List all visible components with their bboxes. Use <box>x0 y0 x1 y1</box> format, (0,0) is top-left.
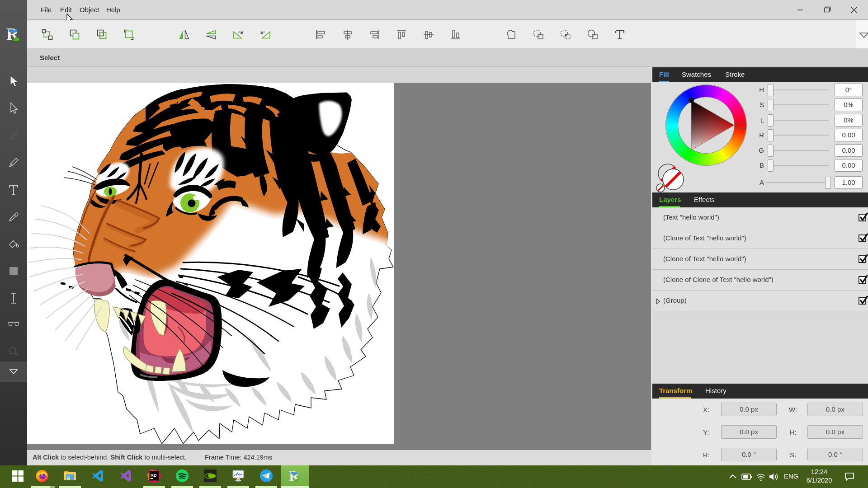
svg-text:ENG: ENG <box>784 472 799 480</box>
svg-text:12:24: 12:24 <box>811 468 827 475</box>
svg-text:6/1/2020: 6/1/2020 <box>807 477 832 484</box>
